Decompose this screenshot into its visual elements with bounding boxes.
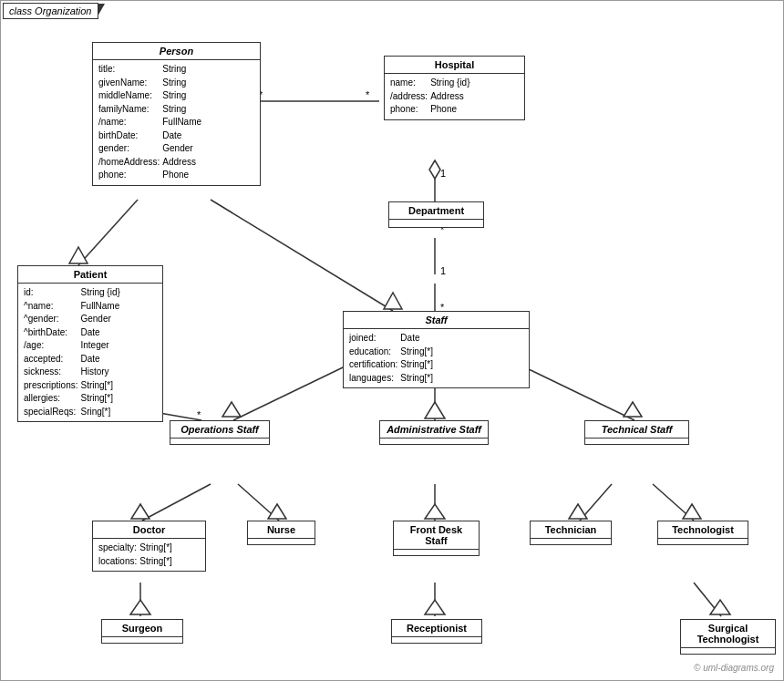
technical-staff-title: Technical Staff bbox=[585, 421, 688, 439]
svg-marker-23 bbox=[624, 402, 642, 417]
patient-title: Patient bbox=[18, 266, 162, 284]
nurse-class: Nurse bbox=[247, 521, 315, 545]
svg-marker-37 bbox=[425, 600, 445, 614]
receptionist-body bbox=[392, 637, 481, 643]
doctor-body: specialty:String[*] locations:String[*] bbox=[93, 539, 205, 571]
receptionist-class: Receptionist bbox=[391, 619, 482, 644]
svg-marker-19 bbox=[222, 402, 241, 417]
svg-line-38 bbox=[694, 583, 721, 616]
svg-marker-21 bbox=[425, 402, 445, 418]
department-class: Department bbox=[388, 201, 484, 228]
technical-staff-class: Technical Staff bbox=[584, 420, 689, 445]
svg-line-24 bbox=[142, 484, 211, 521]
doctor-class: Doctor specialty:String[*] locations:Str… bbox=[92, 521, 206, 572]
technologist-body bbox=[658, 539, 748, 544]
svg-text:*: * bbox=[366, 89, 370, 100]
technician-body bbox=[531, 539, 611, 544]
surgeon-class: Surgeon bbox=[101, 619, 183, 644]
nurse-body bbox=[248, 539, 315, 544]
svg-marker-14 bbox=[384, 293, 402, 309]
staff-class: Staff joined:Date education:String[*] ce… bbox=[343, 311, 530, 388]
administrative-staff-body bbox=[380, 439, 488, 444]
administrative-staff-class: Administrative Staff bbox=[379, 420, 489, 445]
staff-title: Staff bbox=[344, 312, 529, 329]
surgical-technologist-body bbox=[681, 648, 775, 654]
surgeon-body bbox=[102, 637, 182, 643]
hospital-class: Hospital name:String {id} /address:Addre… bbox=[384, 56, 525, 120]
svg-marker-33 bbox=[683, 504, 701, 519]
department-title: Department bbox=[389, 202, 483, 220]
department-body bbox=[389, 220, 483, 227]
svg-marker-29 bbox=[425, 504, 445, 519]
svg-text:1: 1 bbox=[440, 265, 446, 276]
svg-text:1: 1 bbox=[440, 168, 446, 179]
svg-marker-3 bbox=[429, 160, 440, 179]
svg-marker-39 bbox=[710, 600, 730, 614]
person-class: Person title:String givenName:String mid… bbox=[92, 42, 261, 186]
surgical-technologist-class: Surgical Technologist bbox=[680, 619, 776, 655]
person-body: title:String givenName:String middleName… bbox=[93, 60, 260, 185]
svg-line-30 bbox=[580, 484, 612, 521]
administrative-staff-title: Administrative Staff bbox=[380, 421, 488, 439]
svg-marker-27 bbox=[268, 504, 286, 519]
svg-line-13 bbox=[211, 200, 393, 311]
operations-staff-class: Operations Staff bbox=[170, 420, 270, 445]
surgical-technologist-title: Surgical Technologist bbox=[681, 620, 775, 648]
hospital-body: name:String {id} /address:Address phone:… bbox=[385, 74, 524, 119]
svg-line-26 bbox=[238, 484, 279, 521]
technical-staff-body bbox=[585, 439, 688, 444]
hospital-title: Hospital bbox=[385, 57, 524, 74]
front-desk-staff-title: Front Desk Staff bbox=[394, 521, 479, 550]
technologist-class: Technologist bbox=[657, 521, 748, 545]
receptionist-title: Receptionist bbox=[392, 620, 481, 637]
diagram-container: class Organization * * 1 * 1 * * * bbox=[0, 0, 784, 681]
svg-line-32 bbox=[653, 484, 694, 521]
technician-title: Technician bbox=[531, 521, 611, 539]
svg-marker-31 bbox=[569, 504, 587, 519]
person-title: Person bbox=[93, 43, 260, 60]
svg-marker-35 bbox=[130, 600, 150, 614]
technologist-title: Technologist bbox=[658, 521, 748, 539]
nurse-title: Nurse bbox=[248, 521, 315, 539]
svg-line-11 bbox=[78, 200, 138, 265]
technician-class: Technician bbox=[530, 521, 612, 545]
svg-marker-25 bbox=[131, 504, 150, 519]
doctor-title: Doctor bbox=[93, 521, 205, 539]
front-desk-staff-class: Front Desk Staff bbox=[393, 521, 480, 556]
svg-text:*: * bbox=[197, 409, 201, 420]
operations-staff-title: Operations Staff bbox=[170, 421, 269, 439]
surgeon-title: Surgeon bbox=[102, 620, 182, 637]
patient-class: Patient id:String {id} ^name:FullName ^g… bbox=[17, 265, 163, 422]
svg-marker-12 bbox=[69, 247, 88, 263]
operations-staff-body bbox=[170, 439, 269, 444]
watermark: © uml-diagrams.org bbox=[694, 663, 774, 673]
front-desk-staff-body bbox=[394, 550, 479, 555]
patient-body: id:String {id} ^name:FullName ^gender:Ge… bbox=[18, 284, 162, 421]
diagram-title: class Organization bbox=[3, 3, 98, 19]
staff-body: joined:Date education:String[*] certific… bbox=[344, 329, 529, 387]
